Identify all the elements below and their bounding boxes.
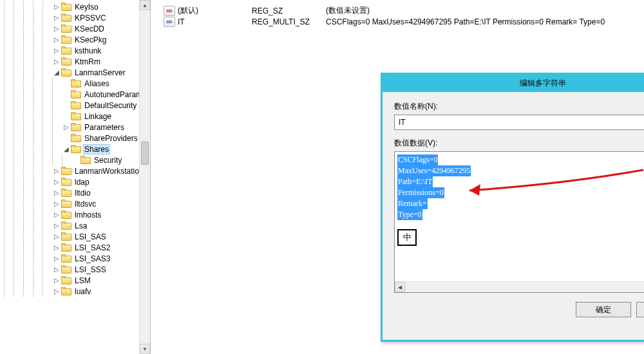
expand-icon[interactable]: ▷: [52, 46, 61, 55]
tree-item-ktmrm[interactable]: ▷KtmRm: [0, 56, 150, 67]
expand-icon[interactable]: ▷: [52, 167, 61, 176]
registry-tree-panel: ▷KeyIso▷KPSSVC▷KSecDD▷KSecPkg▷ksthunk▷Kt…: [0, 0, 151, 354]
tree-item-shareproviders[interactable]: ·ShareProviders: [0, 133, 150, 144]
expand-icon[interactable]: ▷: [52, 265, 61, 274]
tree-item-lsi_sss[interactable]: ▷LSI_SSS: [0, 264, 150, 275]
expand-icon[interactable]: ▷: [52, 210, 61, 219]
string-value-icon: ab: [164, 17, 175, 27]
tree-item-lltdio[interactable]: ▷lltdio: [0, 187, 150, 198]
expand-icon[interactable]: ▷: [52, 24, 61, 33]
tree-item-label: LSI_SAS2: [73, 243, 111, 252]
value-data-textarea[interactable]: CSCFlags=0MaxUses=4294967295Path=E:\ITPe…: [394, 151, 644, 293]
folder-icon: [61, 167, 71, 175]
expand-icon[interactable]: ▷: [52, 35, 61, 44]
tree-item-ksthunk[interactable]: ▷ksthunk: [0, 45, 150, 56]
registry-tree[interactable]: ▷KeyIso▷KPSSVC▷KSecDD▷KSecPkg▷ksthunk▷Kt…: [0, 0, 150, 297]
tree-item-security[interactable]: ·Security: [0, 154, 150, 165]
expand-icon[interactable]: ▷: [52, 287, 61, 296]
tree-item-kpssvc[interactable]: ▷KPSSVC: [0, 12, 150, 23]
folder-icon: [71, 145, 81, 153]
folder-icon: [61, 35, 71, 44]
tree-item-parameters[interactable]: ▷Parameters: [0, 122, 150, 133]
tree-item-lltdsvc[interactable]: ▷lltdsvc: [0, 198, 150, 209]
value-row[interactable]: abITREG_MULTI_SZCSCFlags=0 MaxUses=42949…: [151, 16, 644, 27]
tree-item-aliases[interactable]: ·Aliases: [0, 78, 150, 89]
folder-icon: [61, 178, 71, 186]
tree-item-label: ksthunk: [73, 46, 102, 55]
expand-icon[interactable]: ▷: [52, 276, 61, 285]
folder-icon: [61, 189, 71, 197]
collapse-icon[interactable]: ◢: [52, 68, 61, 77]
expand-icon[interactable]: ▷: [52, 232, 61, 241]
values-panel: ab(默认)REG_SZ(数值未设置)abITREG_MULTI_SZCSCFl…: [151, 0, 644, 354]
tree-item-lsa[interactable]: ▷Lsa: [0, 220, 150, 231]
tree-item-lsi_sas3[interactable]: ▷LSI_SAS3: [0, 253, 150, 264]
tree-item-lmhosts[interactable]: ▷lmhosts: [0, 209, 150, 220]
collapse-icon[interactable]: ◢: [62, 145, 71, 154]
dialog-titlebar[interactable]: 编辑多字符串 X: [383, 75, 644, 92]
scroll-down-button[interactable]: ▼: [140, 344, 150, 354]
expand-icon[interactable]: ▷: [52, 14, 61, 23]
tree-item-defaultsecurity[interactable]: ·DefaultSecurity: [0, 100, 150, 111]
expand-icon[interactable]: ▷: [52, 3, 61, 12]
tree-item-linkage[interactable]: ·Linkage: [0, 111, 150, 122]
value-row[interactable]: ab(默认)REG_SZ(数值未设置): [151, 5, 644, 16]
value-data: CSCFlags=0 MaxUses=4294967295 Path=E:\IT…: [326, 17, 644, 26]
data-line: Path=E:\IT: [397, 176, 433, 187]
tree-item-label: lmhosts: [73, 210, 102, 219]
folder-icon: [71, 101, 81, 109]
expand-icon[interactable]: ▷: [52, 200, 61, 209]
data-line: CSCFlags=0: [397, 154, 438, 165]
value-name: IT: [178, 17, 252, 26]
tree-item-luafv[interactable]: ▷luafv: [0, 286, 150, 297]
cancel-button[interactable]: 取消: [636, 302, 644, 317]
tree-item-label: ldap: [73, 178, 91, 187]
data-line: Permissions=0: [397, 187, 444, 198]
folder-icon: [61, 57, 71, 66]
tree-item-shares[interactable]: ◢Shares: [0, 144, 150, 154]
tree-item-ksecdd[interactable]: ▷KSecDD: [0, 23, 150, 34]
value-name-input[interactable]: [394, 115, 644, 130]
tree-item-label: LSI_SSS: [73, 265, 108, 274]
tree-item-autotunedparame[interactable]: ·AutotunedParame: [0, 89, 150, 100]
tree-item-label: DefaultSecurity: [83, 101, 138, 110]
expand-icon[interactable]: ▷: [52, 221, 61, 230]
tree-item-label: ShareProviders: [83, 134, 139, 143]
expand-icon[interactable]: ▷: [62, 123, 71, 132]
ok-button[interactable]: 确定: [576, 302, 631, 317]
tree-item-label: Lsa: [73, 221, 88, 230]
tree-item-ldap[interactable]: ▷ldap: [0, 176, 150, 187]
tree-item-ksecpkg[interactable]: ▷KSecPkg: [0, 34, 150, 45]
scroll-left-icon[interactable]: ◀: [395, 282, 405, 292]
expand-icon[interactable]: ▷: [52, 57, 61, 66]
scroll-up-button[interactable]: ▲: [140, 0, 150, 10]
tree-item-keyiso[interactable]: ▷KeyIso: [0, 1, 150, 12]
folder-icon: [61, 254, 71, 263]
tree-item-label: Linkage: [83, 112, 113, 121]
value-data-label: 数值数据(V):: [394, 138, 644, 149]
edit-multistring-dialog: 编辑多字符串 X 数值名称(N): 数值数据(V): CSCFlags=0Max…: [381, 73, 644, 342]
expand-icon[interactable]: ▷: [52, 189, 61, 198]
tree-item-label: lltdio: [73, 189, 92, 198]
tree-item-lsi_sas[interactable]: ▷LSI_SAS: [0, 231, 150, 242]
folder-icon: [61, 243, 71, 252]
folder-icon: [71, 112, 81, 120]
tree-item-label: Security: [93, 156, 123, 165]
folder-icon: [61, 14, 71, 22]
expand-icon[interactable]: ▷: [52, 178, 61, 187]
value-type: REG_SZ: [252, 6, 326, 15]
folder-icon: [61, 232, 71, 241]
tree-item-lsm[interactable]: ▷LSM: [0, 275, 150, 286]
folder-icon: [71, 123, 81, 131]
tree-item-lanmanworkstation[interactable]: ▷LanmanWorkstation: [0, 165, 150, 176]
textarea-hscroll[interactable]: ◀ ▶: [395, 281, 644, 292]
scroll-thumb[interactable]: [141, 142, 149, 165]
ime-indicator: 中: [397, 229, 417, 246]
tree-item-lsi_sas2[interactable]: ▷LSI_SAS2: [0, 242, 150, 253]
folder-icon: [61, 210, 71, 219]
expand-icon[interactable]: ▷: [52, 243, 61, 252]
tree-item-label: KPSSVC: [73, 14, 108, 23]
tree-scrollbar[interactable]: ▲ ▼: [139, 0, 150, 354]
expand-icon[interactable]: ▷: [52, 254, 61, 263]
tree-item-lanmanserver[interactable]: ◢LanmanServer: [0, 67, 150, 78]
